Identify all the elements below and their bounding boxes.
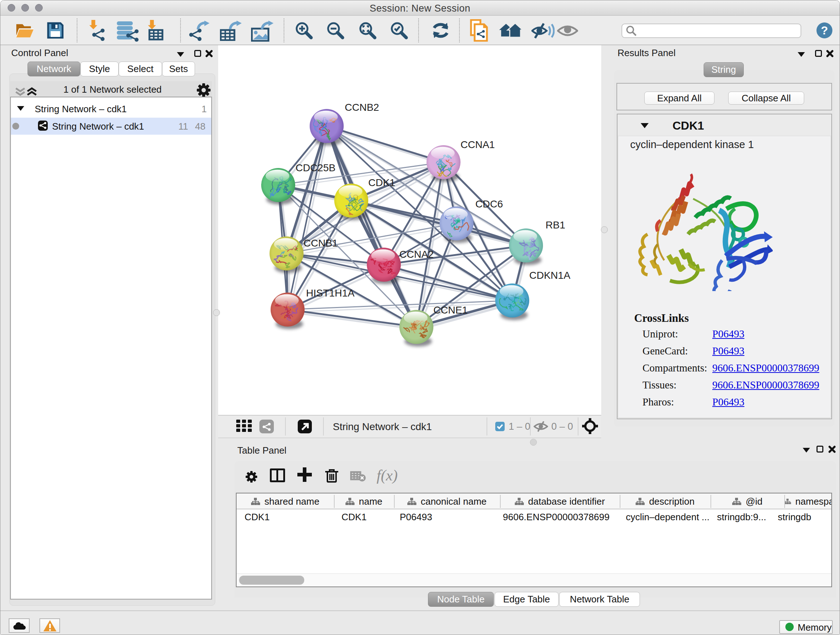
svg-text:RB1: RB1 — [546, 219, 565, 231]
svg-text:CCNE1: CCNE1 — [433, 304, 468, 316]
svg-text:CDC6: CDC6 — [475, 198, 503, 210]
svg-text:CCNB1: CCNB1 — [303, 238, 338, 249]
svg-text:CDKN1A: CDKN1A — [529, 270, 570, 281]
svg-text:HIST1H1A: HIST1H1A — [306, 287, 355, 299]
svg-text:CDC25B: CDC25B — [295, 162, 335, 173]
svg-text:CCNA1: CCNA1 — [461, 139, 495, 150]
svg-text:CCNA2: CCNA2 — [399, 249, 434, 260]
svg-text:CCNB2: CCNB2 — [345, 102, 379, 113]
svg-text:CDK1: CDK1 — [368, 177, 395, 188]
